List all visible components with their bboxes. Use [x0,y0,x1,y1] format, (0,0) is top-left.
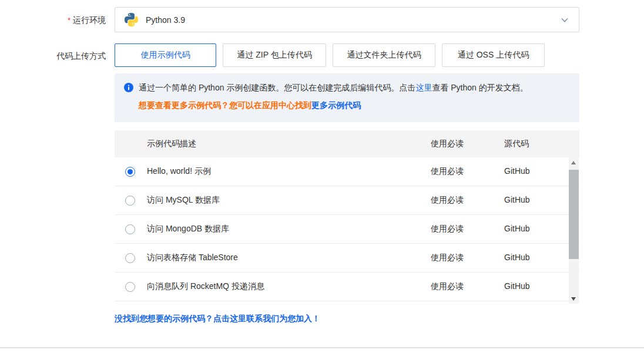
chevron-down-icon [560,15,569,25]
readme-link[interactable]: 使用必读 [431,281,464,292]
sample-description: 访问 MongoDB 数据库 [147,224,229,234]
row-radio[interactable] [125,282,135,292]
table-row[interactable]: 向消息队列 RocketMQ 投递消息 使用必读 GitHub [115,273,579,301]
info-text: 通过一个简单的 Python 示例创建函数。您可以在创建完成后编辑代码。点击这里… [139,82,528,93]
info-icon [124,83,133,92]
github-link[interactable]: GitHub [504,195,530,204]
readme-link[interactable]: 使用必读 [431,195,464,206]
table-row[interactable]: 访问 MongoDB 数据库 使用必读 GitHub [115,215,579,244]
runtime-select[interactable]: Python 3.9 [115,7,579,32]
table-scrollbar[interactable] [569,157,579,304]
table-body: Hello, world! 示例 使用必读 GitHub 访问 MySQL 数据… [115,157,579,301]
row-radio[interactable] [125,196,135,206]
scrollbar-thumb[interactable] [569,170,579,259]
readme-link[interactable]: 使用必读 [431,253,464,263]
upload-method-label-text: 代码上传方式 [56,51,106,60]
docs-here-link[interactable]: 这里 [415,83,432,92]
header-source: 源代码 [504,139,529,149]
row-radio-selected[interactable] [125,167,135,177]
github-link[interactable]: GitHub [504,224,530,233]
tab-upload-zip[interactable]: 通过 ZIP 包上传代码 [223,43,326,67]
upload-method-tabs: 使用示例代码 通过 ZIP 包上传代码 通过文件夹上传代码 通过 OSS 上传代… [115,43,551,67]
sample-description: 向消息队列 RocketMQ 投递消息 [147,281,264,292]
sample-description: 访问表格存储 TableStore [147,253,238,263]
required-asterisk: * [68,16,71,25]
python-icon [125,13,138,26]
readme-link[interactable]: 使用必读 [431,166,464,177]
runtime-label-text: 运行环境 [73,15,106,25]
runtime-value: Python 3.9 [146,15,185,25]
sample-description: Hello, world! 示例 [147,166,211,177]
github-link[interactable]: GitHub [504,166,530,176]
runtime-label: *运行环境 [0,15,106,26]
info-line-2: 想要查看更多示例代码？您可以在应用中心找到更多示例代码 [139,100,570,111]
github-link[interactable]: GitHub [504,281,530,291]
github-link[interactable]: GitHub [504,253,530,262]
upload-method-label: 代码上传方式 [0,51,106,62]
tab-use-sample-code[interactable]: 使用示例代码 [115,43,216,67]
table-row[interactable]: 访问表格存储 TableStore 使用必读 GitHub [115,244,579,273]
table-row[interactable]: Hello, world! 示例 使用必读 GitHub [115,157,579,186]
table-header: 示例代码描述 使用必读 源代码 [115,130,579,157]
info-box: 通过一个简单的 Python 示例创建函数。您可以在创建完成后编辑代码。点击这里… [115,73,579,122]
row-radio[interactable] [125,224,135,234]
readme-link[interactable]: 使用必读 [431,224,464,234]
more-samples-link[interactable]: 更多示例代码 [311,100,361,110]
scroll-up-icon[interactable] [569,157,579,167]
row-radio[interactable] [125,253,135,263]
header-readme: 使用必读 [431,139,464,149]
create-function-form: *运行环境 Python 3.9 代码上传方式 使用示例代码 通过 ZIP 包上… [0,0,644,353]
sample-description: 访问 MySQL 数据库 [147,195,220,206]
scroll-down-icon[interactable] [569,294,579,304]
bottom-divider [0,347,644,348]
tab-upload-folder[interactable]: 通过文件夹上传代码 [333,43,435,67]
contact-us-link[interactable]: 没找到您想要的示例代码？点击这里联系我们为您加入！ [115,314,320,324]
more-samples-text: 想要查看更多示例代码？您可以在应用中心找到 [139,100,311,110]
header-description: 示例代码描述 [147,139,196,149]
sample-code-table: 示例代码描述 使用必读 源代码 Hello, world! 示例 使用必读 Gi… [115,130,579,301]
table-row[interactable]: 访问 MySQL 数据库 使用必读 GitHub [115,186,579,215]
info-line-1: 通过一个简单的 Python 示例创建函数。您可以在创建完成后编辑代码。点击这里… [124,82,570,93]
tab-upload-oss[interactable]: 通过 OSS 上传代码 [442,43,545,67]
info-text-before: 通过一个简单的 Python 示例创建函数。您可以在创建完成后编辑代码。点击 [139,83,415,92]
info-text-after: 查看 Python 的开发文档。 [432,83,528,92]
